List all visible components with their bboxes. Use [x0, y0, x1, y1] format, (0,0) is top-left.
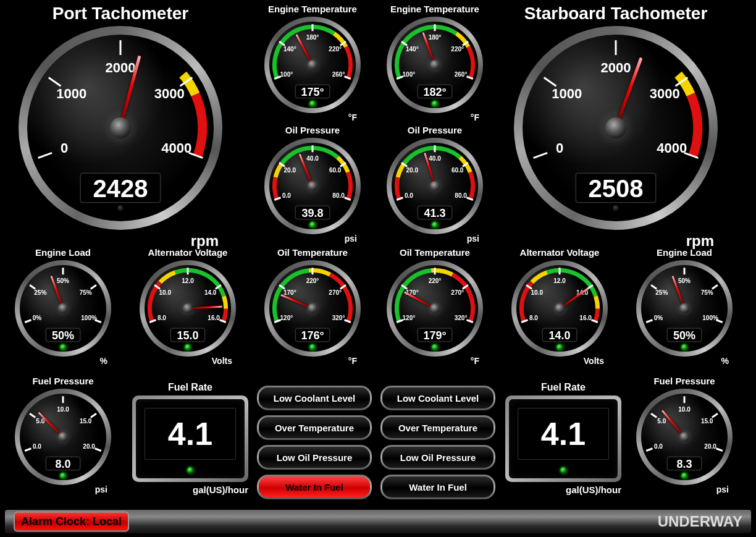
tick-label: 10.0: [57, 406, 69, 413]
gauge-title: Fuel Pressure: [636, 376, 733, 386]
tick-label: 220°: [429, 277, 442, 284]
tick-label: 5.0: [657, 418, 666, 425]
gauge-title: Engine Temperature: [387, 4, 483, 14]
gauge-portTach[interactable]: Port Tachometer010002000300040002428: [19, 4, 222, 230]
gauge-readout: 182°: [418, 85, 452, 98]
alarm-label: Low Oil Pressure: [259, 447, 370, 468]
gauge-readout: 15.0: [170, 328, 205, 342]
gauge-altVoltS[interactable]: Alternator Voltage8.010.012.014.016.014.…: [511, 247, 608, 357]
digital-unit: gal(US)/hour: [566, 484, 621, 495]
gauge-altVoltP[interactable]: Alternator Voltage8.010.012.014.016.015.…: [140, 247, 236, 357]
tick-label: 260°: [455, 71, 468, 78]
digital-fuelRateP[interactable]: 4.1: [132, 395, 248, 482]
gauge-title: Engine Load: [15, 247, 111, 258]
gauge-oilTempP[interactable]: Oil Temperature120°170°220°270°320°176°: [264, 247, 361, 357]
tick-label: 270°: [451, 289, 464, 296]
gauge-title: Oil Pressure: [387, 125, 483, 135]
alarm-stbd-2[interactable]: Low Oil Pressure: [380, 445, 495, 470]
status-led: [60, 344, 66, 350]
tick-label: 100°: [280, 71, 293, 78]
tick-label: 16.0: [579, 315, 591, 321]
digital-readout: 4.1: [145, 408, 236, 460]
gauge-engLoadP[interactable]: Engine Load0%25%50%75%100%50%: [15, 247, 111, 357]
gauge-title: Alternator Voltage: [511, 247, 608, 258]
tick-label: 8.0: [158, 315, 166, 321]
tick-label: 2000: [106, 60, 136, 76]
gauge-readout: 8.0: [46, 457, 80, 470]
gauge-oilTempS[interactable]: Oil Temperature120°170°220°270°320°179°: [387, 247, 483, 357]
tick-label: 1000: [56, 86, 86, 102]
tick-label: 12.0: [553, 277, 565, 284]
tick-label: 3000: [650, 86, 680, 102]
digital-fuelRateS[interactable]: 4.1: [505, 395, 621, 482]
gauge-unit: %: [100, 356, 107, 366]
digital-readout: 4.1: [518, 408, 609, 460]
status-led: [185, 344, 191, 350]
digital-unit: gal(US)/hour: [193, 484, 248, 495]
alarm-label: Over Temperature: [259, 417, 370, 438]
gauge-unit: Volts: [212, 356, 232, 366]
gauge-title: Fuel Pressure: [15, 376, 111, 386]
status-led: [309, 344, 316, 350]
tick-label: 180°: [429, 34, 442, 41]
gauge-title: Port Tachometer: [19, 4, 222, 23]
gauge-readout: 39.8: [295, 206, 330, 219]
gauge-stbdTach[interactable]: Starboard Tachometer01000200030004000250…: [514, 4, 718, 230]
alarm-port-2[interactable]: Low Oil Pressure: [257, 445, 372, 470]
gauge-title: Alternator Voltage: [140, 247, 236, 258]
gauge-engTempP[interactable]: Engine Temperature100°140°180°220°260°17…: [264, 4, 361, 113]
gauge-unit: °F: [348, 112, 357, 122]
gauge-unit: °F: [471, 112, 479, 122]
alarm-port-3[interactable]: Water In Fuel: [257, 475, 372, 499]
digital-title: Fuel Rate: [132, 382, 248, 393]
alarm-label: Low Coolant Level: [382, 387, 494, 408]
status-led: [187, 467, 193, 473]
status-led: [309, 222, 316, 228]
tick-label: 80.0: [332, 192, 344, 199]
tick-label: 4000: [657, 140, 687, 156]
tick-label: 60.0: [452, 167, 463, 174]
gauge-unit: psi: [345, 234, 357, 243]
alarm-port-1[interactable]: Over Temperature: [257, 415, 372, 440]
tick-label: 20.0: [406, 167, 418, 174]
gauge-unit: psi: [95, 484, 107, 494]
gauge-unit: psi: [716, 484, 729, 494]
alarm-stbd-1[interactable]: Over Temperature: [380, 415, 495, 440]
gauge-fuelPresS[interactable]: Fuel Pressure0.05.010.015.020.08.3: [636, 376, 733, 485]
tick-label: 320°: [332, 315, 345, 321]
tick-label: 0%: [654, 315, 663, 321]
alarm-clock-button[interactable]: Alarm Clock: Local: [14, 512, 129, 532]
tick-label: 20.0: [704, 443, 716, 450]
gauge-readout: 2428: [80, 173, 161, 203]
alarm-stbd-3[interactable]: Water In Fuel: [380, 475, 495, 499]
gauge-title: Oil Temperature: [387, 247, 483, 258]
status-led: [309, 101, 316, 107]
tick-label: 80.0: [455, 192, 466, 199]
alarm-label: Low Coolant Level: [259, 387, 370, 408]
tick-label: 10.0: [531, 289, 543, 296]
tick-label: 1000: [552, 86, 582, 102]
alarm-label: Low Oil Pressure: [382, 447, 494, 468]
gauge-engTempS[interactable]: Engine Temperature100°140°180°220°260°18…: [387, 4, 483, 113]
gauge-engLoadS[interactable]: Engine Load0%25%50%75%100%50%: [636, 247, 733, 357]
tick-label: 0: [556, 140, 563, 156]
tick-label: 170°: [284, 289, 296, 296]
mode-label: UNDERWAY: [658, 513, 742, 530]
gauge-oilPresS[interactable]: Oil Pressure0.020.040.060.080.041.3: [387, 125, 483, 234]
tick-label: 40.0: [306, 155, 318, 162]
tick-label: 140°: [284, 46, 296, 53]
alarm-stbd-0[interactable]: Low Coolant Level: [380, 386, 495, 410]
tick-label: 0.0: [282, 192, 291, 199]
gauge-oilPresP[interactable]: Oil Pressure0.020.040.060.080.039.8: [264, 125, 361, 234]
gauge-unit: °F: [471, 356, 479, 366]
status-led: [432, 344, 438, 350]
alarm-label: Water In Fuel: [382, 476, 494, 497]
gauge-title: Oil Temperature: [264, 247, 361, 258]
status-led: [681, 344, 687, 350]
gauge-fuelPresP[interactable]: Fuel Pressure0.05.010.015.020.08.0: [15, 376, 111, 485]
alarm-port-0[interactable]: Low Coolant Level: [257, 386, 372, 410]
tick-label: 75%: [701, 289, 713, 296]
status-led: [560, 467, 566, 473]
status-bar: Alarm Clock: Local UNDERWAY: [5, 510, 751, 533]
tick-label: 75%: [80, 289, 92, 296]
